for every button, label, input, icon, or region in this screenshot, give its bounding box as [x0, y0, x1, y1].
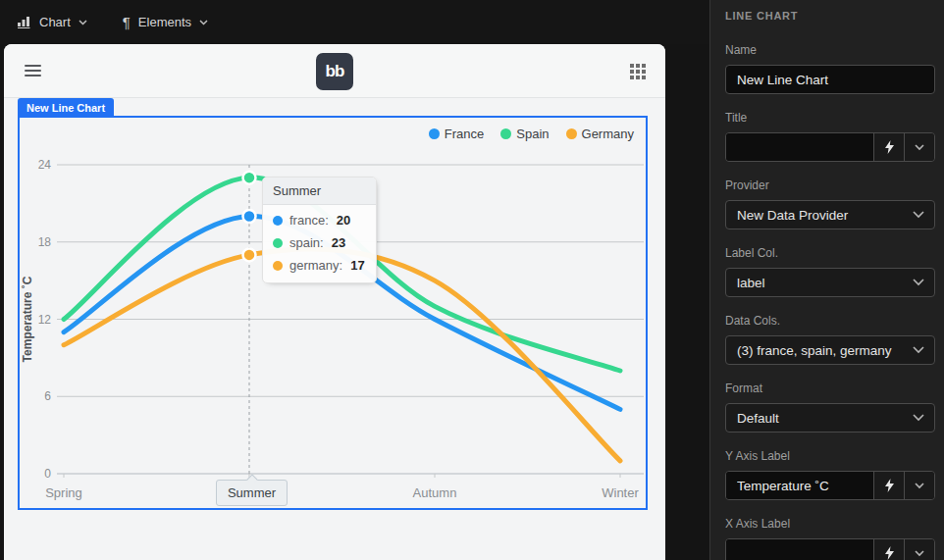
- tooltip-row-france: france: 20: [263, 205, 376, 228]
- y-tick-label: 6: [44, 389, 51, 403]
- chevron-down-icon: [913, 211, 924, 219]
- crosshair-category-label: Summer: [216, 480, 288, 506]
- bar-chart-icon: [18, 16, 31, 28]
- legend-label-france: France: [445, 127, 484, 141]
- hamburger-menu-icon[interactable]: [25, 65, 41, 79]
- apps-grid-icon[interactable]: [630, 64, 646, 79]
- y-tick-label: 0: [44, 467, 51, 481]
- chevron-down-icon: [915, 144, 924, 151]
- chart-tooltip: Summer france: 20 spain: 23 germany: 17: [262, 177, 377, 283]
- format-field-label: Format: [725, 382, 935, 395]
- tooltip-label: germany:: [289, 258, 342, 273]
- paragraph-icon: ¶: [123, 15, 131, 29]
- chevron-down-icon: [915, 550, 924, 557]
- y-axis-dropdown-button[interactable]: [904, 472, 934, 499]
- data-cols-select[interactable]: (3) france, spain, germany: [725, 335, 935, 365]
- lightning-bolt-icon: [884, 479, 895, 492]
- component-selection-badge: New Line Chart: [18, 98, 114, 118]
- tooltip-title: Summer: [263, 178, 376, 205]
- settings-panel: LINE CHART Name Title Provider New Data …: [709, 0, 944, 560]
- title-field-label: Title: [725, 111, 935, 125]
- panel-title: LINE CHART: [725, 10, 935, 22]
- y-axis-field-label: Y Axis Label: [725, 449, 935, 463]
- x-axis-dropdown-button[interactable]: [904, 539, 934, 560]
- label-col-select-value: label: [737, 276, 765, 290]
- y-tick-label: 24: [38, 158, 52, 172]
- y-axis-title: Temperature ˚C: [21, 276, 34, 362]
- lightning-bolt-icon: [884, 140, 895, 154]
- name-field-label: Name: [725, 43, 935, 57]
- tooltip-row-germany: germany: 17: [263, 250, 376, 282]
- x-axis-input[interactable]: [726, 539, 873, 560]
- elements-menu-label: Elements: [138, 15, 191, 29]
- tooltip-value: 23: [332, 235, 345, 250]
- title-binding-button[interactable]: [873, 133, 904, 161]
- y-axis-binding-button[interactable]: [873, 472, 904, 499]
- preview-nav-header: bb: [4, 44, 665, 98]
- provider-field-label: Provider: [725, 178, 935, 192]
- y-axis-input-group: [725, 471, 935, 500]
- chart-menu[interactable]: Chart: [18, 15, 87, 29]
- legend-dot-france: [429, 128, 440, 139]
- elements-menu[interactable]: ¶ Elements: [123, 15, 208, 29]
- tooltip-dot-france: [273, 216, 283, 226]
- y-tick-label: 12: [38, 313, 52, 327]
- chart-legend: France Spain Germany: [429, 127, 634, 141]
- legend-label-spain: Spain: [516, 127, 549, 141]
- legend-dot-germany: [566, 128, 577, 139]
- marker-france[interactable]: [243, 210, 256, 223]
- x-axis-label: Winter: [602, 485, 639, 500]
- chevron-down-icon: [913, 279, 924, 286]
- name-input[interactable]: [725, 65, 935, 94]
- tooltip-row-spain: spain: 23: [263, 228, 376, 250]
- legend-item-france[interactable]: France: [429, 127, 484, 141]
- provider-select[interactable]: New Data Provider: [725, 200, 935, 229]
- x-axis-field-label: X Axis Label: [725, 517, 935, 531]
- chevron-down-icon: [199, 20, 208, 25]
- chevron-down-icon: [79, 20, 87, 25]
- x-axis-binding-button[interactable]: [873, 539, 904, 560]
- tooltip-dot-germany: [273, 261, 283, 271]
- title-input[interactable]: [726, 133, 873, 161]
- provider-select-value: New Data Provider: [737, 208, 848, 223]
- data-cols-select-value: (3) france, spain, germany: [737, 343, 892, 358]
- label-col-select[interactable]: label: [725, 268, 935, 297]
- chevron-down-icon: [913, 414, 924, 422]
- app-logo: bb: [316, 53, 353, 90]
- tooltip-value: 17: [350, 258, 364, 273]
- marker-germany[interactable]: [243, 248, 256, 261]
- lightning-bolt-icon: [884, 546, 895, 560]
- title-input-group: [725, 132, 935, 162]
- tooltip-label: france:: [289, 213, 329, 228]
- y-axis-input[interactable]: [726, 472, 873, 499]
- format-select-value: Default: [737, 411, 779, 426]
- marker-spain[interactable]: [243, 172, 256, 184]
- legend-item-spain[interactable]: Spain: [500, 127, 549, 141]
- title-dropdown-button[interactable]: [904, 133, 934, 161]
- chevron-down-icon: [913, 346, 924, 354]
- label-col-field-label: Label Col.: [725, 246, 935, 260]
- legend-item-germany[interactable]: Germany: [566, 127, 634, 141]
- y-tick-label: 18: [38, 235, 52, 249]
- legend-label-germany: Germany: [582, 127, 634, 141]
- data-cols-field-label: Data Cols.: [725, 314, 935, 328]
- tooltip-dot-spain: [273, 238, 283, 248]
- x-axis-label: Autumn: [413, 485, 457, 500]
- tooltip-value: 20: [337, 213, 350, 228]
- chart-menu-label: Chart: [39, 15, 71, 29]
- x-axis-input-group: [725, 538, 935, 560]
- line-chart-component[interactable]: New Line Chart 06121824SpringSummerAutum…: [18, 116, 648, 510]
- crosshair-category-text: Summer: [228, 485, 276, 500]
- chevron-down-icon: [915, 483, 924, 489]
- tooltip-label: spain:: [289, 235, 324, 250]
- app-preview: bb New Line Chart 06121824SpringSummerAu…: [4, 44, 665, 560]
- format-select[interactable]: Default: [725, 403, 935, 433]
- legend-dot-spain: [500, 128, 511, 139]
- x-axis-label: Spring: [45, 485, 82, 500]
